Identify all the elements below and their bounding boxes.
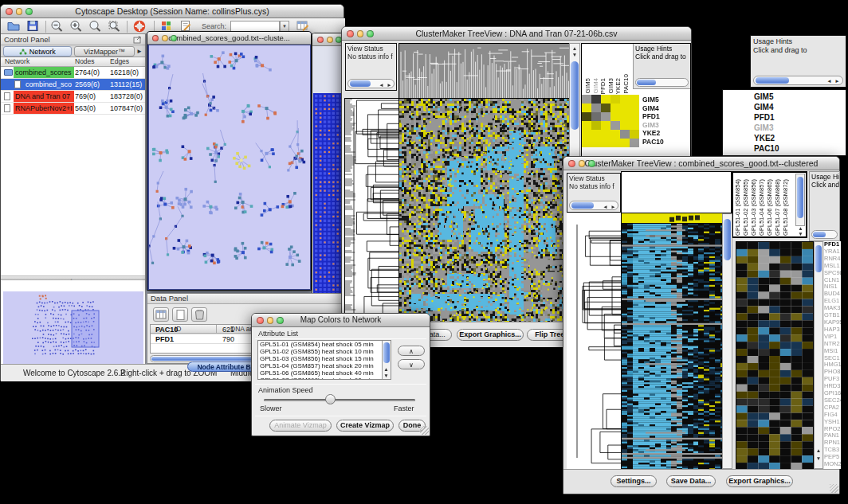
arrow-down-icon[interactable]: ▼: [797, 231, 804, 236]
arrow-up-icon[interactable]: ▲: [383, 366, 390, 372]
gene-label[interactable]: MON2: [824, 461, 841, 468]
gene-label[interactable]: GIM4: [754, 102, 779, 112]
gene-label[interactable]: PAC10: [754, 143, 779, 154]
title-bar[interactable]: Cytoscape Desktop (Session Name: collins…: [1, 5, 344, 18]
gene-label[interactable]: PUF3: [824, 376, 841, 383]
arrow-up-icon[interactable]: ▲: [815, 447, 822, 453]
matrix-cell[interactable]: [620, 112, 630, 121]
save-data-button[interactable]: Save Data...: [666, 475, 716, 487]
scrollbar-thumb[interactable]: [571, 202, 594, 209]
open-file-icon[interactable]: [7, 20, 21, 35]
matrix-cell[interactable]: [610, 130, 620, 139]
scrollbar-thumb[interactable]: [350, 80, 371, 87]
scrollbar-thumb[interactable]: [813, 232, 826, 237]
arrow-left-icon[interactable]: ◄: [826, 78, 833, 84]
scrollbar-horizontal[interactable]: ◄ ►: [569, 201, 618, 210]
gene-label[interactable]: GIM4: [642, 104, 689, 113]
matrix-cell[interactable]: [601, 139, 610, 147]
network-row[interactable]: DNA and Tran 07769(0)183728(0): [1, 91, 145, 103]
heatmap-vscrollbar[interactable]: [722, 213, 732, 469]
network-row[interactable]: combined_sco2569(6)13112(15): [1, 79, 145, 91]
matrix-cell[interactable]: [630, 130, 639, 139]
column-dendrogram-canvas[interactable]: [398, 43, 570, 99]
matrix-cell[interactable]: [620, 121, 630, 130]
zoom-window-icon[interactable]: [367, 30, 374, 37]
tab-vizmapper[interactable]: VizMapper™: [74, 46, 135, 57]
gene-label[interactable]: CLN1: [824, 277, 841, 284]
matrix-cell[interactable]: [620, 104, 630, 112]
gene-label[interactable]: RPO21: [824, 426, 841, 433]
close-icon[interactable]: [6, 8, 13, 15]
zoom-heatmap-matrix[interactable]: [582, 95, 639, 147]
save-icon[interactable]: [26, 20, 40, 35]
matrix-cell[interactable]: [630, 121, 639, 130]
attribute-list[interactable]: GPL51-01 (GSM854) heat shock 05 minGPL51…: [257, 340, 391, 380]
matrix-cell[interactable]: [591, 112, 601, 121]
matrix-cell[interactable]: [591, 95, 601, 104]
arrow-right-icon[interactable]: ►: [610, 204, 617, 209]
gene-label[interactable]: YSH1: [824, 419, 841, 426]
resize-grip[interactable]: [420, 426, 429, 435]
matrix-cell[interactable]: [582, 95, 591, 104]
gene-label[interactable]: CPA2: [824, 404, 841, 412]
gene-label[interactable]: MSI1: [824, 348, 841, 355]
gene-label[interactable]: TCB3: [824, 447, 841, 454]
treeview2-title-bar[interactable]: ClusterMaker TreeView : combined_scores_…: [563, 157, 839, 170]
matrix-cell[interactable]: [610, 139, 620, 147]
gene-label[interactable]: GTB1: [824, 312, 841, 319]
matrix-cell[interactable]: [620, 95, 630, 104]
gene-label[interactable]: GIM5: [642, 96, 689, 104]
zoom-out-icon[interactable]: [50, 20, 65, 36]
matrix-cell[interactable]: [620, 130, 630, 139]
gene-label[interactable]: FIG4: [824, 412, 841, 419]
gene-label[interactable]: VIP1: [824, 334, 841, 341]
zoom-in-icon[interactable]: [69, 20, 84, 36]
matrix-cell[interactable]: [591, 104, 601, 112]
scrollbar-horizontal[interactable]: [635, 78, 689, 87]
attribute-item[interactable]: GPL51-04 (GSM857) heat shock 20 min: [258, 362, 391, 369]
network-row[interactable]: combined_scores2764(0)16218(0): [1, 67, 145, 79]
close-icon[interactable]: [347, 30, 354, 37]
row-dendrogram-canvas[interactable]: [344, 98, 399, 323]
arrow-down-icon[interactable]: ▼: [571, 52, 579, 57]
matrix-cell[interactable]: [601, 121, 610, 130]
gene-label[interactable]: RNR4: [824, 256, 841, 263]
arrow-up-icon[interactable]: ▲: [571, 45, 579, 51]
network-view-title-bar[interactable]: combined_scores_good.txt--cluste...: [147, 32, 311, 45]
col-header-network[interactable]: Network: [5, 57, 29, 66]
gene-label[interactable]: PAN1: [824, 432, 841, 440]
gene-label[interactable]: YKE2: [642, 129, 689, 138]
treeview1-title-bar[interactable]: ClusterMaker TreeView : DNA and Tran 07-…: [342, 27, 691, 41]
gene-label[interactable]: RPN1: [824, 440, 841, 447]
new-attribute-icon[interactable]: [172, 307, 188, 322]
arrow-down-icon[interactable]: ▼: [815, 455, 822, 461]
export-graphics-button[interactable]: Export Graphics...: [726, 475, 793, 487]
create-vizmap-button[interactable]: Create Vizmap: [336, 420, 394, 432]
scrollbar-thumb[interactable]: [383, 342, 390, 363]
scrollbar-thumb[interactable]: [724, 219, 731, 260]
speed-slider-track[interactable]: [264, 399, 415, 401]
matrix-cell[interactable]: [582, 130, 591, 139]
birdseye-view-canvas[interactable]: [3, 280, 143, 364]
resize-grip[interactable]: [830, 484, 838, 493]
search-dropdown-icon[interactable]: ▼: [280, 21, 289, 32]
matrix-cell[interactable]: [610, 121, 620, 130]
minimize-icon[interactable]: [16, 8, 23, 15]
matrix-cell[interactable]: [582, 139, 591, 147]
gene-label[interactable]: HAP3: [824, 326, 841, 334]
minimize-icon[interactable]: [162, 35, 168, 41]
matrix-cell[interactable]: [591, 121, 601, 130]
zoom-heatmap-canvas[interactable]: [736, 241, 814, 471]
matrix-cell[interactable]: [630, 104, 639, 112]
gene-label[interactable]: GPI16: [824, 390, 841, 397]
help-lifesaver-icon[interactable]: [132, 20, 147, 36]
attribute-select-icon[interactable]: [153, 307, 169, 322]
matrix-cell[interactable]: [601, 104, 610, 112]
gene-label[interactable]: MSL1: [824, 263, 841, 270]
close-icon[interactable]: [568, 160, 575, 167]
attribute-item[interactable]: GPL51-01 (GSM854) heat shock 05 min: [258, 341, 391, 348]
zoom-window-icon[interactable]: [26, 8, 33, 15]
matrix-cell[interactable]: [582, 112, 591, 121]
arrow-down-icon[interactable]: ▼: [383, 373, 390, 378]
gene-label[interactable]: BUD4: [824, 291, 841, 298]
